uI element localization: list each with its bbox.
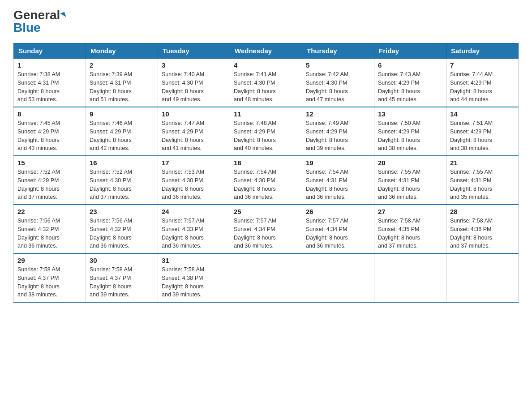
day-info: Sunrise: 7:55 AM Sunset: 4:31 PM Dayligh… [450, 168, 515, 201]
calendar-cell: 4 Sunrise: 7:41 AM Sunset: 4:30 PM Dayli… [230, 59, 302, 107]
day-info: Sunrise: 7:48 AM Sunset: 4:29 PM Dayligh… [234, 119, 298, 153]
calendar-cell: 1 Sunrise: 7:38 AM Sunset: 4:31 PM Dayli… [14, 59, 86, 107]
day-number: 22 [17, 208, 82, 215]
day-info: Sunrise: 7:53 AM Sunset: 4:30 PM Dayligh… [162, 168, 226, 201]
day-info: Sunrise: 7:52 AM Sunset: 4:29 PM Dayligh… [17, 168, 82, 201]
calendar-cell: 3 Sunrise: 7:40 AM Sunset: 4:30 PM Dayli… [158, 59, 230, 107]
day-info: Sunrise: 7:42 AM Sunset: 4:30 PM Dayligh… [306, 70, 370, 104]
day-number: 3 [162, 61, 226, 69]
calendar-cell [446, 253, 519, 302]
calendar-cell: 5 Sunrise: 7:42 AM Sunset: 4:30 PM Dayli… [302, 59, 374, 107]
day-info: Sunrise: 7:47 AM Sunset: 4:29 PM Dayligh… [162, 119, 226, 153]
day-number: 8 [17, 110, 82, 118]
day-info: Sunrise: 7:51 AM Sunset: 4:29 PM Dayligh… [450, 119, 515, 153]
day-number: 15 [17, 159, 82, 167]
day-info: Sunrise: 7:58 AM Sunset: 4:37 PM Dayligh… [17, 265, 82, 299]
day-number: 20 [378, 159, 442, 167]
day-number: 26 [306, 208, 370, 215]
logo: General Blue [13, 9, 65, 34]
calendar-cell [302, 253, 374, 302]
day-number: 5 [306, 61, 370, 69]
day-info: Sunrise: 7:54 AM Sunset: 4:30 PM Dayligh… [234, 168, 298, 201]
calendar-cell: 23 Sunrise: 7:56 AM Sunset: 4:32 PM Dayl… [86, 205, 158, 253]
calendar-cell: 21 Sunrise: 7:55 AM Sunset: 4:31 PM Dayl… [446, 156, 519, 205]
day-info: Sunrise: 7:45 AM Sunset: 4:29 PM Dayligh… [17, 119, 82, 153]
header-row: SundayMondayTuesdayWednesdayThursdayFrid… [14, 43, 519, 59]
day-number: 4 [234, 61, 298, 69]
calendar-cell: 31 Sunrise: 7:58 AM Sunset: 4:38 PM Dayl… [158, 253, 230, 302]
day-number: 7 [450, 61, 515, 69]
day-number: 17 [162, 159, 226, 167]
day-number: 29 [17, 257, 82, 264]
week-row-3: 15 Sunrise: 7:52 AM Sunset: 4:29 PM Dayl… [14, 156, 519, 205]
calendar-cell [230, 253, 302, 302]
day-info: Sunrise: 7:38 AM Sunset: 4:31 PM Dayligh… [17, 70, 82, 104]
day-number: 21 [450, 159, 515, 167]
calendar-cell: 14 Sunrise: 7:51 AM Sunset: 4:29 PM Dayl… [446, 107, 519, 156]
week-row-4: 22 Sunrise: 7:56 AM Sunset: 4:32 PM Dayl… [14, 205, 519, 253]
calendar-cell: 15 Sunrise: 7:52 AM Sunset: 4:29 PM Dayl… [14, 156, 86, 205]
day-number: 10 [162, 110, 226, 118]
day-info: Sunrise: 7:54 AM Sunset: 4:31 PM Dayligh… [306, 168, 370, 201]
week-row-1: 1 Sunrise: 7:38 AM Sunset: 4:31 PM Dayli… [14, 59, 519, 107]
day-number: 23 [90, 208, 154, 215]
calendar-cell: 24 Sunrise: 7:57 AM Sunset: 4:33 PM Dayl… [158, 205, 230, 253]
day-number: 24 [162, 208, 226, 215]
day-number: 11 [234, 110, 298, 118]
weekday-header-tuesday: Tuesday [158, 43, 230, 59]
day-info: Sunrise: 7:58 AM Sunset: 4:37 PM Dayligh… [90, 265, 154, 299]
calendar-cell: 7 Sunrise: 7:44 AM Sunset: 4:29 PM Dayli… [446, 59, 519, 107]
weekday-header-friday: Friday [374, 43, 446, 59]
day-info: Sunrise: 7:44 AM Sunset: 4:29 PM Dayligh… [450, 70, 515, 104]
calendar-cell: 10 Sunrise: 7:47 AM Sunset: 4:29 PM Dayl… [158, 107, 230, 156]
weekday-header-thursday: Thursday [302, 43, 374, 59]
calendar-cell: 28 Sunrise: 7:58 AM Sunset: 4:36 PM Dayl… [446, 205, 519, 253]
logo-triangle-icon [60, 12, 67, 19]
day-info: Sunrise: 7:58 AM Sunset: 4:38 PM Dayligh… [162, 265, 226, 299]
calendar-cell: 16 Sunrise: 7:52 AM Sunset: 4:30 PM Dayl… [86, 156, 158, 205]
logo-blue-text: Blue [13, 21, 41, 34]
weekday-header-saturday: Saturday [446, 43, 519, 59]
day-info: Sunrise: 7:46 AM Sunset: 4:29 PM Dayligh… [90, 119, 154, 153]
day-info: Sunrise: 7:57 AM Sunset: 4:34 PM Dayligh… [306, 217, 370, 250]
calendar-cell: 12 Sunrise: 7:49 AM Sunset: 4:29 PM Dayl… [302, 107, 374, 156]
weekday-header-monday: Monday [86, 43, 158, 59]
calendar-cell: 17 Sunrise: 7:53 AM Sunset: 4:30 PM Dayl… [158, 156, 230, 205]
calendar-cell: 13 Sunrise: 7:50 AM Sunset: 4:29 PM Dayl… [374, 107, 446, 156]
calendar-cell: 25 Sunrise: 7:57 AM Sunset: 4:34 PM Dayl… [230, 205, 302, 253]
calendar-cell: 27 Sunrise: 7:58 AM Sunset: 4:35 PM Dayl… [374, 205, 446, 253]
header: General Blue [13, 9, 519, 34]
day-info: Sunrise: 7:39 AM Sunset: 4:31 PM Dayligh… [90, 70, 154, 104]
week-row-5: 29 Sunrise: 7:58 AM Sunset: 4:37 PM Dayl… [14, 253, 519, 302]
day-info: Sunrise: 7:43 AM Sunset: 4:29 PM Dayligh… [378, 70, 442, 104]
day-number: 2 [90, 61, 154, 69]
day-number: 25 [234, 208, 298, 215]
day-number: 14 [450, 110, 515, 118]
day-info: Sunrise: 7:40 AM Sunset: 4:30 PM Dayligh… [162, 70, 226, 104]
day-info: Sunrise: 7:49 AM Sunset: 4:29 PM Dayligh… [306, 119, 370, 153]
weekday-header-wednesday: Wednesday [230, 43, 302, 59]
day-number: 12 [306, 110, 370, 118]
calendar-cell: 20 Sunrise: 7:55 AM Sunset: 4:31 PM Dayl… [374, 156, 446, 205]
day-number: 16 [90, 159, 154, 167]
day-info: Sunrise: 7:58 AM Sunset: 4:35 PM Dayligh… [378, 217, 442, 250]
day-info: Sunrise: 7:56 AM Sunset: 4:32 PM Dayligh… [17, 217, 82, 250]
calendar-cell: 8 Sunrise: 7:45 AM Sunset: 4:29 PM Dayli… [14, 107, 86, 156]
day-number: 9 [90, 110, 154, 118]
day-number: 13 [378, 110, 442, 118]
calendar-cell: 22 Sunrise: 7:56 AM Sunset: 4:32 PM Dayl… [14, 205, 86, 253]
calendar-cell: 18 Sunrise: 7:54 AM Sunset: 4:30 PM Dayl… [230, 156, 302, 205]
weekday-header-sunday: Sunday [14, 43, 86, 59]
calendar-cell: 2 Sunrise: 7:39 AM Sunset: 4:31 PM Dayli… [86, 59, 158, 107]
day-number: 18 [234, 159, 298, 167]
calendar-table: SundayMondayTuesdayWednesdayThursdayFrid… [13, 43, 519, 303]
day-info: Sunrise: 7:57 AM Sunset: 4:33 PM Dayligh… [162, 217, 226, 250]
calendar-cell [374, 253, 446, 302]
day-number: 27 [378, 208, 442, 215]
day-number: 1 [17, 61, 82, 69]
calendar-cell: 11 Sunrise: 7:48 AM Sunset: 4:29 PM Dayl… [230, 107, 302, 156]
day-info: Sunrise: 7:55 AM Sunset: 4:31 PM Dayligh… [378, 168, 442, 201]
day-info: Sunrise: 7:56 AM Sunset: 4:32 PM Dayligh… [90, 217, 154, 250]
calendar-cell: 30 Sunrise: 7:58 AM Sunset: 4:37 PM Dayl… [86, 253, 158, 302]
day-info: Sunrise: 7:52 AM Sunset: 4:30 PM Dayligh… [90, 168, 154, 201]
